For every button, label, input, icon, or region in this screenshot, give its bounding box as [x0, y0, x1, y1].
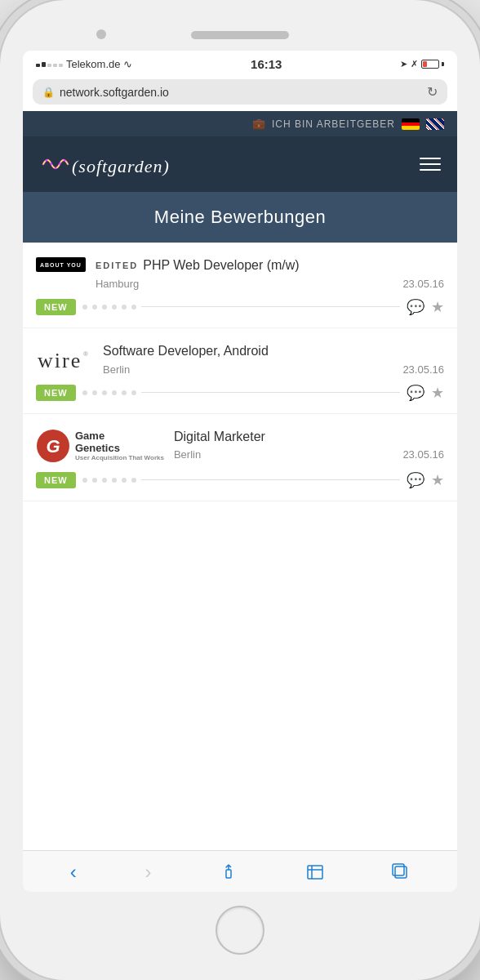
star-icon-1[interactable]: ★ [431, 298, 444, 316]
dot-2 [92, 305, 97, 310]
share-button[interactable] [220, 863, 238, 881]
app-details-2: Software Developer, Android Berlin 23.05… [103, 343, 444, 376]
game-genetics-name: GameGenetics [75, 430, 164, 455]
company-name-edited: EDITED [96, 261, 138, 270]
phone-screen: Telekom.de ∿ 16:13 ➤ ✗ 🔒 network [23, 51, 457, 892]
svg-rect-9 [395, 866, 407, 878]
briefcase-icon: 💼 [252, 118, 265, 130]
url-text: network.softgarden.io [60, 86, 169, 99]
forward-icon: › [144, 861, 151, 884]
dot-6 [131, 305, 136, 310]
status-bar: Telekom.de ∿ 16:13 ➤ ✗ [23, 51, 457, 76]
progress-dots-2 [82, 390, 400, 395]
svg-rect-5 [226, 870, 231, 878]
job-location-2: Berlin [103, 363, 130, 376]
battery-icon [421, 60, 444, 69]
signal-dot-5 [59, 64, 63, 67]
app-actions-2: 💬 ★ [407, 384, 444, 402]
forward-button[interactable]: › [144, 861, 151, 884]
hamburger-line-3 [420, 169, 441, 171]
gg-text-container: GameGenetics User Acquisition That Works [75, 430, 164, 462]
app-actions-3: 💬 ★ [407, 471, 444, 489]
employer-text[interactable]: ICH BIN ARBEITGEBER [272, 118, 395, 130]
logo-svg: (softgarden) [39, 148, 202, 180]
gg-tagline: User Acquisition That Works [75, 455, 164, 462]
tabs-button[interactable] [392, 863, 410, 881]
tabs-icon [392, 863, 410, 881]
wire-logo: wire ® [36, 343, 93, 372]
softgarden-logo: (softgarden) [39, 148, 202, 180]
wire-logo-svg: wire ® [36, 343, 93, 372]
new-badge-1: NEW [36, 299, 76, 315]
signal-dot-1 [36, 64, 40, 67]
hamburger-menu[interactable] [420, 158, 441, 171]
back-button[interactable]: ‹ [70, 861, 77, 884]
uk-flag[interactable] [426, 118, 444, 130]
browser-bottom-bar: ‹ › [23, 850, 457, 892]
progress-row-2: NEW 💬 ★ [36, 384, 444, 402]
app-item-header-1: ABOUT YOU EDITED PHP Web Developer (m/w)… [36, 257, 444, 290]
comment-icon-3[interactable]: 💬 [407, 471, 424, 489]
signal-dot-2 [42, 62, 46, 67]
application-item-1[interactable]: ABOUT YOU EDITED PHP Web Developer (m/w)… [23, 243, 457, 328]
progress-dots-1 [82, 305, 400, 310]
german-flag[interactable] [402, 118, 420, 130]
svg-rect-6 [308, 866, 322, 879]
app-item-header-2: wire ® Software Developer, Android Berli… [36, 343, 444, 376]
gg-icon-svg: G [36, 429, 70, 463]
page-title: Meine Bewerbungen [39, 207, 441, 228]
app-details-3: Digital Marketer Berlin 23.05.16 [174, 429, 444, 461]
lock-icon: 🔒 [42, 87, 55, 98]
phone-device: Telekom.de ∿ 16:13 ➤ ✗ 🔒 network [0, 0, 480, 980]
bookmarks-icon [306, 863, 324, 881]
about-you-logo: ABOUT YOU [36, 257, 86, 272]
job-location-1: Hamburg [96, 278, 139, 290]
url-bar[interactable]: 🔒 network.softgarden.io ↻ [33, 79, 447, 105]
refresh-icon[interactable]: ↻ [427, 84, 438, 100]
svg-text:wire: wire [38, 349, 82, 372]
app-nav: (softgarden) [23, 136, 457, 192]
carrier-name: Telekom.de [66, 58, 120, 70]
svg-text:G: G [46, 436, 60, 457]
game-genetics-logo: G GameGenetics User Acquisition That Wor… [36, 429, 164, 463]
status-left: Telekom.de ∿ [36, 58, 132, 70]
phone-camera [96, 29, 106, 39]
home-button[interactable] [216, 906, 264, 955]
job-meta-3: Berlin 23.05.16 [174, 448, 444, 461]
job-location-3: Berlin [174, 448, 201, 461]
bluetooth-icon: ✗ [411, 59, 418, 69]
about-you-badge: ABOUT YOU [36, 257, 86, 272]
bookmarks-button[interactable] [306, 863, 324, 881]
status-time: 16:13 [251, 57, 282, 71]
comment-icon-1[interactable]: 💬 [407, 298, 424, 316]
signal-dot-3 [47, 64, 51, 67]
new-badge-2: NEW [36, 385, 76, 401]
signal-dot-4 [53, 64, 57, 67]
progress-dots-3 [82, 478, 400, 483]
dot-4 [112, 305, 117, 310]
new-badge-3: NEW [36, 472, 76, 488]
comment-icon-2[interactable]: 💬 [407, 384, 424, 402]
app-item-header-3: G GameGenetics User Acquisition That Wor… [36, 429, 444, 463]
dot-3 [102, 305, 107, 310]
application-item-3[interactable]: G GameGenetics User Acquisition That Wor… [23, 414, 457, 501]
application-item-2[interactable]: wire ® Software Developer, Android Berli… [23, 328, 457, 414]
job-date-1: 23.05.16 [402, 278, 444, 290]
progress-row-3: NEW 💬 ★ [36, 471, 444, 489]
job-title-2: Software Developer, Android [103, 344, 269, 358]
job-date-3: 23.05.16 [402, 448, 444, 461]
star-icon-3[interactable]: ★ [431, 471, 444, 489]
dot-1 [82, 305, 87, 310]
phone-speaker [191, 31, 289, 39]
job-meta-1: Hamburg 23.05.16 [96, 278, 444, 290]
phone-bottom-hardware [23, 892, 457, 957]
page-header: Meine Bewerbungen [23, 192, 457, 243]
url-bar-container: 🔒 network.softgarden.io ↻ [23, 76, 457, 111]
svg-text:®: ® [83, 350, 88, 358]
wifi-icon: ∿ [123, 58, 132, 70]
hamburger-line-2 [420, 163, 441, 165]
status-right: ➤ ✗ [400, 59, 444, 69]
star-icon-2[interactable]: ★ [431, 384, 444, 402]
applications-list[interactable]: ABOUT YOU EDITED PHP Web Developer (m/w)… [23, 243, 457, 850]
url-bar-left: 🔒 network.softgarden.io [42, 86, 169, 99]
